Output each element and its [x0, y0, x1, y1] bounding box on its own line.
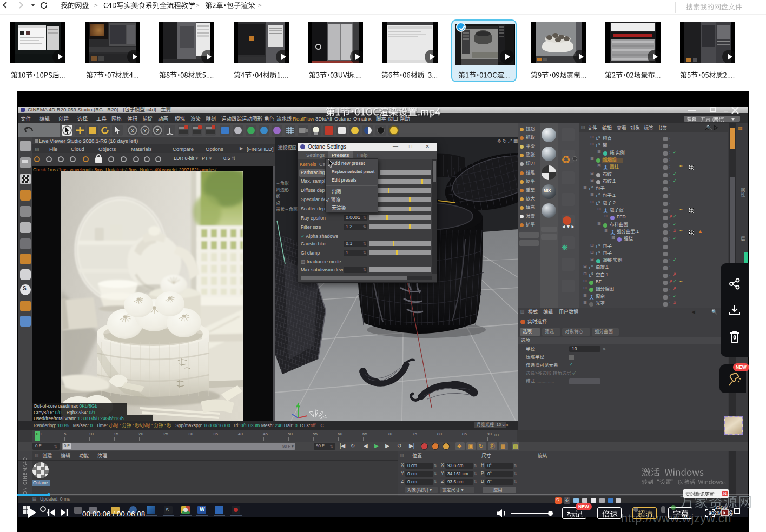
svg-text:Y: Y: [143, 128, 147, 134]
svg-text:X: X: [131, 128, 134, 134]
svg-text:Z: Z: [156, 128, 159, 134]
